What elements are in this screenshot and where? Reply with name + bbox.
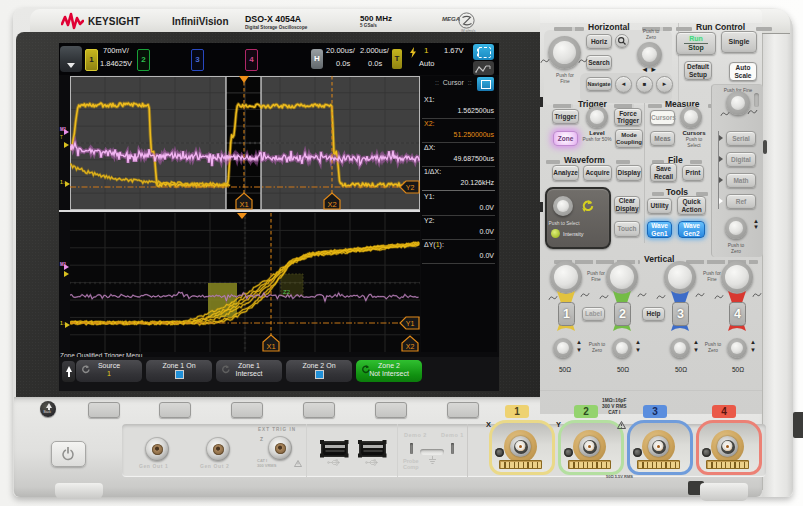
svg-text:X2: X2 bbox=[406, 343, 415, 350]
svg-text:Y2: Y2 bbox=[406, 184, 415, 191]
svg-text:Y1: Y1 bbox=[406, 320, 415, 327]
svg-text:Z2: Z2 bbox=[283, 289, 291, 295]
svg-text:X1: X1 bbox=[266, 342, 275, 351]
svg-text:X2: X2 bbox=[327, 200, 336, 209]
svg-text:X1: X1 bbox=[239, 200, 248, 209]
